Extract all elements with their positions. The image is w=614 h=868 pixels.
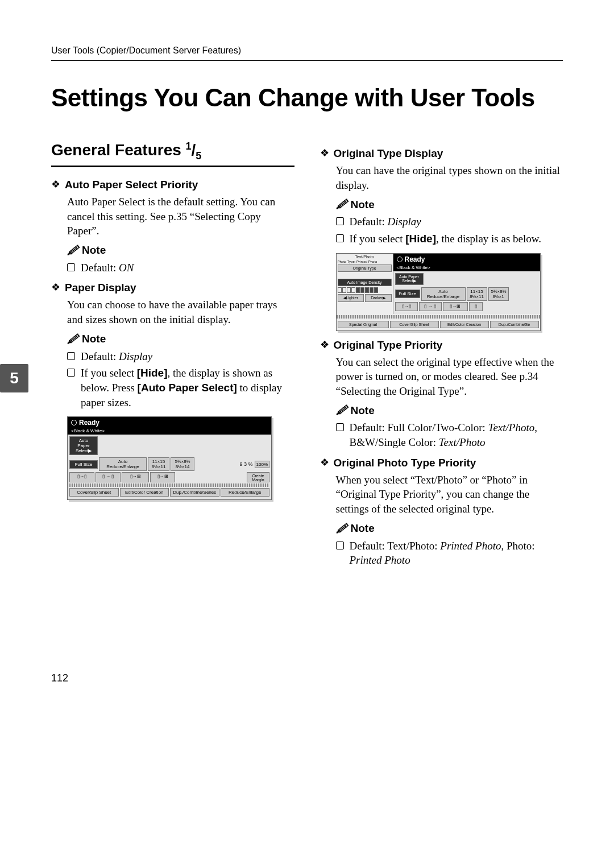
text-span: 11×15 [470,289,484,294]
bullet-text: Default: Display [350,214,421,229]
bullet-text: If you select [Hide], the display is as … [350,232,542,246]
body-text: You can choose to have the available pap… [67,297,294,326]
ss-right-panel: Ready <Black & White> Auto Paper Select▶… [393,254,540,314]
text-span: 8½×11 [151,464,167,469]
ss-titlebar: Ready [68,417,271,428]
special-original-button: Special Original [338,321,389,328]
edit-color-button: Edit/Color Creation [120,488,169,497]
ready-label: Ready [405,255,425,263]
pencil-icon: 🖉 [336,198,347,211]
bullet-box-icon [336,542,344,549]
subheading-auto-paper-select: ❖ Auto Paper Select Priority [51,179,294,191]
section-heading: General Features 1/5 [51,140,294,167]
auto-paper-button: Auto Paper Select▶ [395,273,424,285]
label-text: Photo Type: Printed Photo [338,260,392,263]
left-column: General Features 1/5 ❖ Auto Paper Select… [51,140,294,570]
diamond-icon: ❖ [51,282,60,294]
italic-value: Text/Photo [439,436,486,448]
bullet-box-icon [336,217,344,225]
size-button: 5½×8½8½×14 [171,457,194,471]
bullet-box-icon [67,352,75,360]
page-title: Settings You Can Change with User Tools [51,84,563,112]
bullet-text: Default: Full Color/Two-Color: Text/Phot… [350,420,563,449]
duplex-icon-button: ▯ → ▯ [419,302,442,311]
text-span: Select▶ [72,448,95,453]
percent-93: 9 3 % [240,461,253,467]
text-span: 8½×1 [491,294,506,299]
text-span: Default: [350,216,388,228]
darker-button: Darker▶ [365,294,392,302]
ss-body: Auto Paper Select▶ Full Size Auto Reduce… [393,271,540,314]
bullet-item: If you select [Hide], the display is sho… [67,366,294,410]
note-label: Note [82,244,106,257]
bullet-box-icon [336,234,344,242]
pencil-icon: 🖉 [67,333,78,346]
percent-100-button: 100% [255,461,269,468]
bullet-box-icon [336,423,344,431]
auto-paper-button: Auto Paper Select▶ [69,436,98,455]
text-span: 11×15 [151,459,167,464]
bullet-text: Default: Display [81,349,152,364]
italic-value: Display [119,350,152,362]
bullet-text: Default: ON [81,261,134,275]
size-button: 5½×8½8½×1 [488,287,509,301]
note-row: 🖉 Note [67,333,294,346]
subheading-original-type-display: ❖ Original Type Display [320,147,563,160]
ss-titlebar: Ready [393,254,540,265]
text-span: Auto Paper [398,275,421,279]
dup-combine-button: Dup./Combine/Se [490,321,539,328]
italic-value: Text/Photo [488,421,535,433]
duplex-icon-button: ▯→▯ [69,472,94,482]
note-row: 🖉 Note [336,522,563,535]
text-span: , the display is as below. [436,233,541,245]
ss-mode-label: <Black & White> [68,428,271,435]
text-span: Default: [81,262,119,274]
text-span: 8½×11 [470,294,484,299]
note-label: Note [351,404,375,417]
fraction-num: 1 [186,140,192,152]
size-button: 11×158½×11 [467,287,487,301]
reduce-enlarge-button: Reduce/Enlarge [221,488,270,497]
combine-icon-button: ▯→⊞ [150,472,175,482]
text-span: If you select [81,367,137,379]
original-type-button: Original Type [338,264,392,272]
divider [69,483,269,487]
italic-value: Printed Photo [350,554,410,566]
screenshot-original-type: Text/Photo Photo Type: Printed Photo Ori… [336,253,541,331]
duplex-icon-button: ▯ → ▯ [96,472,121,482]
bold-inline: [Hide] [137,367,168,379]
subheading-label: Original Type Priority [334,339,443,352]
right-column: ❖ Original Type Display You can have the… [320,140,563,570]
auto-reduce-enlarge-button: Auto Reduce/Enlarge [421,287,466,301]
combine-icon-button: ▯ [469,302,483,311]
ready-label: Ready [79,419,99,427]
text-span: Select▶ [398,279,421,283]
body-text: You can have the original types shown on… [336,163,563,192]
full-size-button: Full Size [69,460,98,469]
text-span: Default: Full Color/Two-Color: [350,421,488,433]
subheading-original-type-priority: ❖ Original Type Priority [320,339,563,352]
density-meter [338,287,392,293]
combine-icon-button: ▯→⊞ [122,472,149,482]
subheading-paper-display: ❖ Paper Display [51,282,294,294]
edit-color-button: Edit/Color Creation [440,321,489,328]
body-text: Auto Paper Select is the default setting… [67,195,294,238]
section-heading-text: General Features [51,141,186,159]
note-row: 🖉 Note [336,198,563,211]
fraction-den: 5 [196,150,201,162]
auto-image-density-button: Auto Image Density [338,279,392,286]
subheading-label: Auto Paper Select Priority [65,179,198,191]
lighter-button: ◀Lighter [338,294,364,302]
diamond-icon: ❖ [51,179,60,191]
diamond-icon: ❖ [320,147,329,160]
text-span: 5½×8½ [491,289,506,294]
bullet-box-icon [67,263,75,271]
note-label: Note [351,199,375,211]
bullet-item: If you select [Hide], the display is as … [336,232,563,246]
ready-circle-icon [71,420,77,425]
divider [337,315,540,319]
note-label: Note [351,522,375,535]
text-span: 8½×14 [173,464,192,469]
bold-inline: [Auto Paper Select] [138,382,237,394]
label-text: Text/Photo [338,255,392,259]
